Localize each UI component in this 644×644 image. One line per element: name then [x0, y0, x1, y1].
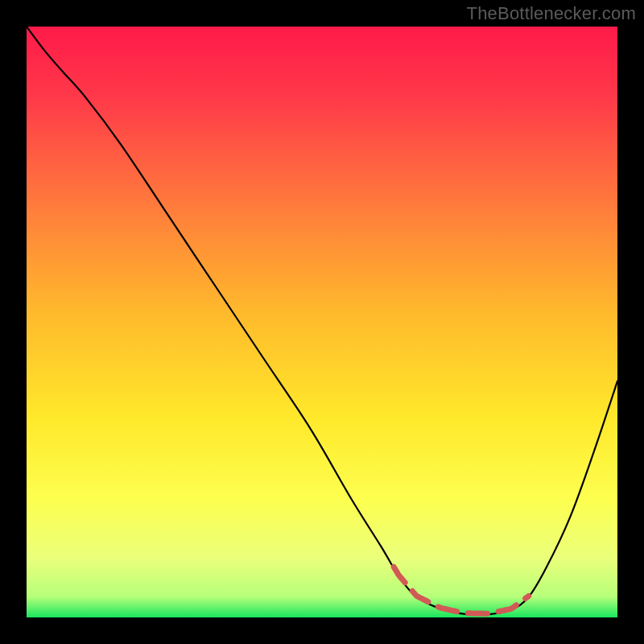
- chart-plot-area: [27, 27, 617, 617]
- gradient-background: [27, 27, 617, 617]
- chart-svg: [27, 27, 617, 617]
- chart-frame: TheBottlenecker.com: [0, 0, 644, 644]
- watermark-text: TheBottlenecker.com: [467, 3, 636, 24]
